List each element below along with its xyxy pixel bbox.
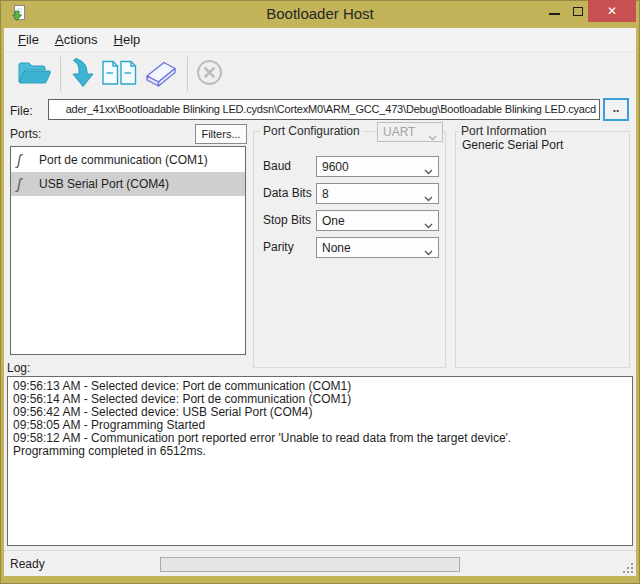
open-file-button[interactable] [14, 56, 54, 93]
stop-bits-label: Stop Bits [263, 213, 311, 227]
close-icon: ✕ [607, 4, 617, 18]
toolbar-separator [187, 57, 188, 91]
download-arrow-icon [69, 57, 97, 92]
menu-file[interactable]: File [10, 29, 47, 50]
protocol-dropdown[interactable]: UART [377, 122, 443, 142]
port-information-text: Generic Serial Port [462, 138, 563, 152]
program-button[interactable] [67, 55, 99, 94]
baud-dropdown[interactable]: 9600 [316, 156, 439, 177]
port-information-title: Port Information [458, 124, 549, 138]
log-output[interactable]: 09:56:13 AM - Selected device: Port de c… [7, 376, 633, 546]
baud-label: Baud [263, 159, 291, 173]
port-list-item-selected[interactable]: ʃ USB Serial Port (COM4) [11, 172, 245, 196]
menu-actions[interactable]: Actions [47, 29, 106, 50]
ports-list: ʃ Port de communication (COM1) ʃ USB Ser… [10, 146, 246, 355]
status-text: Ready [10, 557, 45, 571]
filters-button[interactable]: Filters... [195, 124, 247, 144]
chevron-down-icon [424, 218, 433, 232]
minimize-icon [549, 13, 560, 15]
serial-port-icon: ʃ [17, 151, 35, 169]
toolbar-separator [60, 57, 61, 91]
data-bits-dropdown[interactable]: 8 [316, 183, 439, 204]
menubar: File Actions Help [4, 28, 636, 52]
chevron-down-icon [428, 130, 437, 144]
toolbar [4, 52, 636, 96]
eraser-icon [142, 58, 179, 91]
data-bits-label: Data Bits [263, 186, 312, 200]
chevron-down-icon [424, 164, 433, 178]
parity-label: Parity [263, 240, 294, 254]
ports-label: Ports: [10, 127, 41, 141]
file-label: File: [10, 104, 33, 118]
maximize-button[interactable] [568, 0, 588, 22]
titlebar: Bootloader Host ✕ [0, 0, 640, 28]
port-list-item[interactable]: ʃ Port de communication (COM1) [11, 148, 245, 172]
stop-bits-dropdown[interactable]: One [316, 210, 439, 231]
statusbar: Ready [4, 550, 636, 576]
chevron-down-icon [424, 245, 433, 259]
stop-circle-icon [196, 59, 223, 89]
port-information-group: Port Information Generic Serial Port [455, 131, 630, 368]
close-button[interactable]: ✕ [588, 0, 636, 22]
browse-button[interactable]: .. [603, 98, 629, 121]
chevron-down-icon [424, 191, 433, 205]
verify-button[interactable] [99, 56, 140, 93]
erase-button[interactable] [140, 56, 181, 93]
progress-bar [160, 557, 460, 572]
parity-dropdown[interactable]: None [316, 237, 439, 258]
minimize-button[interactable] [540, 0, 568, 22]
log-label: Log: [7, 361, 30, 375]
resize-grip-icon[interactable] [631, 571, 633, 573]
copy-documents-icon [101, 58, 138, 91]
log-line: Programming completed in 6512ms. [13, 445, 627, 458]
open-folder-icon [16, 58, 52, 91]
file-path-input[interactable]: ader_41xx\Bootloadable Blinking LED.cyds… [48, 99, 600, 120]
menu-help[interactable]: Help [106, 29, 149, 50]
serial-port-icon: ʃ [17, 175, 35, 193]
abort-button[interactable] [194, 57, 225, 91]
maximize-icon [573, 7, 583, 16]
bootloader-host-window: Bootloader Host ✕ File Actions Help [0, 0, 640, 584]
window-controls: ✕ [540, 0, 636, 22]
client-area: File Actions Help [4, 28, 636, 576]
port-configuration-group: Port Configuration UART Baud 9600 Data B… [253, 131, 446, 368]
port-configuration-title: Port Configuration [260, 124, 363, 138]
